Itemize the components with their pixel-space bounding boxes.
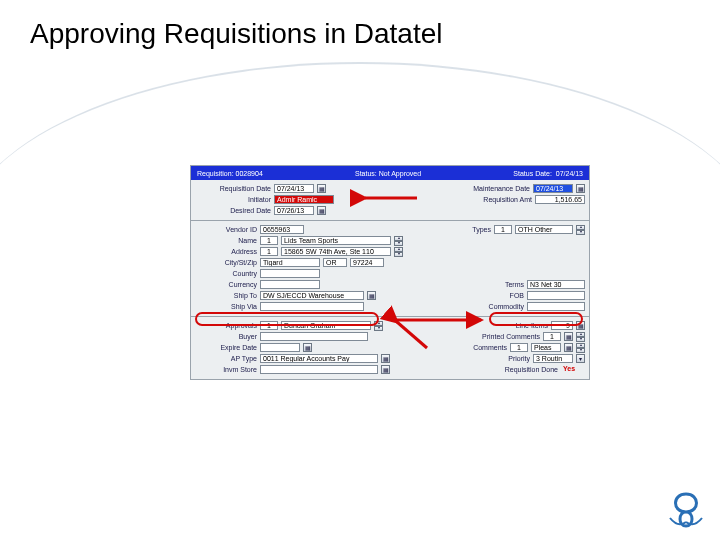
printed-label: Printed Comments (482, 333, 540, 340)
commodity-field[interactable] (527, 302, 585, 311)
initiator-label: Initiator (195, 196, 271, 203)
status-label: Status: Not Approved (355, 170, 421, 177)
shipto-field[interactable]: DW SJ/ECCD Warehouse (260, 291, 364, 300)
calendar-icon[interactable]: ▦ (317, 206, 326, 215)
spinner-icon[interactable]: ▴▾ (374, 321, 383, 331)
reqdone-label: Requisition Done (505, 366, 558, 373)
detail-icon[interactable]: ▦ (381, 354, 390, 363)
section-vendor: Vendor ID 0655963 Types 1 OTH Other ▴▾ N… (191, 220, 589, 316)
reqdone-field: Yes (561, 365, 585, 374)
desired-date-field[interactable]: 07/26/13 (274, 206, 314, 215)
calendar-icon[interactable]: ▦ (303, 343, 312, 352)
req-label: Requisition: 0028904 (197, 170, 263, 177)
types-field[interactable]: OTH Other (515, 225, 573, 234)
city-label: City/St/Zip (195, 259, 257, 266)
status-date: Status Date: 07/24/13 (513, 170, 583, 177)
addr-no-field[interactable]: 1 (260, 247, 278, 256)
comments-no-field[interactable]: 1 (510, 343, 528, 352)
expire-field[interactable] (260, 343, 300, 352)
state-field[interactable]: OR (323, 258, 347, 267)
name-label: Name (195, 237, 257, 244)
section-approvals: Approvals 1 Duncan Graham ▴▾ Line Items … (191, 316, 589, 379)
detail-icon[interactable]: ▦ (381, 365, 390, 374)
name-no-field[interactable]: 1 (260, 236, 278, 245)
address-label: Address (195, 248, 257, 255)
aptype-field[interactable]: 0011 Regular Accounts Pay (260, 354, 378, 363)
aptype-label: AP Type (195, 355, 257, 362)
spinner-icon[interactable]: ▴▾ (576, 225, 585, 235)
fob-label: FOB (510, 292, 524, 299)
maint-date-label: Maintenance Date (473, 185, 530, 192)
req-amt-field: 1,516.65 (535, 195, 585, 204)
page-title: Approving Requisitions in Datatel (0, 0, 720, 50)
addr-field[interactable]: 15865 SW 74th Ave, Ste 110 (281, 247, 391, 256)
country-field[interactable] (260, 269, 320, 278)
shipvia-field[interactable] (260, 302, 364, 311)
detail-icon[interactable]: ▦ (576, 321, 585, 330)
section-dates: Requisition Date 07/24/13 ▦ Maintenance … (191, 180, 589, 220)
detail-icon[interactable]: ▦ (564, 343, 573, 352)
commodity-label: Commodity (489, 303, 524, 310)
req-amt-label: Requisition Amt (483, 196, 532, 203)
vendor-id-field[interactable]: 0655963 (260, 225, 304, 234)
comments-label: Comments (473, 344, 507, 351)
terms-label: Terms (505, 281, 524, 288)
types-no-field[interactable]: 1 (494, 225, 512, 234)
requisition-form: Requisition: 0028904 Status: Not Approve… (190, 165, 590, 380)
decorative-flourish (664, 488, 708, 532)
spinner-icon[interactable]: ▴▾ (394, 247, 403, 257)
form-header: Requisition: 0028904 Status: Not Approve… (191, 166, 589, 180)
dropdown-icon[interactable]: ▾ (576, 354, 585, 363)
currency-label: Currency (195, 281, 257, 288)
calendar-icon[interactable]: ▦ (576, 184, 585, 193)
shipvia-label: Ship Via (195, 303, 257, 310)
invm-field[interactable] (260, 365, 378, 374)
initiator-field[interactable]: Admir Ramic (274, 195, 334, 204)
req-date-label: Requisition Date (195, 185, 271, 192)
approvals-label: Approvals (195, 322, 257, 329)
buyer-label: Buyer (195, 333, 257, 340)
line-items-label: Line Items (516, 322, 548, 329)
line-items-field[interactable]: 9 (551, 321, 573, 330)
desired-date-label: Desired Date (195, 207, 271, 214)
fob-field[interactable] (527, 291, 585, 300)
vendor-id-label: Vendor ID (195, 226, 257, 233)
spinner-icon[interactable]: ▴▾ (576, 332, 585, 342)
detail-icon[interactable]: ▦ (367, 291, 376, 300)
currency-field[interactable] (260, 280, 320, 289)
zip-field[interactable]: 97224 (350, 258, 384, 267)
shipto-label: Ship To (195, 292, 257, 299)
priority-field[interactable]: 3 Routin (533, 354, 573, 363)
approvals-field[interactable]: Duncan Graham (281, 321, 371, 330)
buyer-field[interactable] (260, 332, 368, 341)
country-label: Country (195, 270, 257, 277)
name-field[interactable]: Lids Team Sports (281, 236, 391, 245)
detail-icon[interactable]: ▦ (564, 332, 573, 341)
printed-no-field[interactable]: 1 (543, 332, 561, 341)
comments-field[interactable]: Pleas (531, 343, 561, 352)
terms-field[interactable]: N3 Net 30 (527, 280, 585, 289)
spinner-icon[interactable]: ▴▾ (576, 343, 585, 353)
req-date-field[interactable]: 07/24/13 (274, 184, 314, 193)
maint-date-field[interactable]: 07/24/13 (533, 184, 573, 193)
types-label: Types (472, 226, 491, 233)
priority-label: Priority (508, 355, 530, 362)
approvals-no-field[interactable]: 1 (260, 321, 278, 330)
calendar-icon[interactable]: ▦ (317, 184, 326, 193)
spinner-icon[interactable]: ▴▾ (394, 236, 403, 246)
city-field[interactable]: Tigard (260, 258, 320, 267)
expire-label: Expire Date (195, 344, 257, 351)
invm-label: Invm Store (195, 366, 257, 373)
